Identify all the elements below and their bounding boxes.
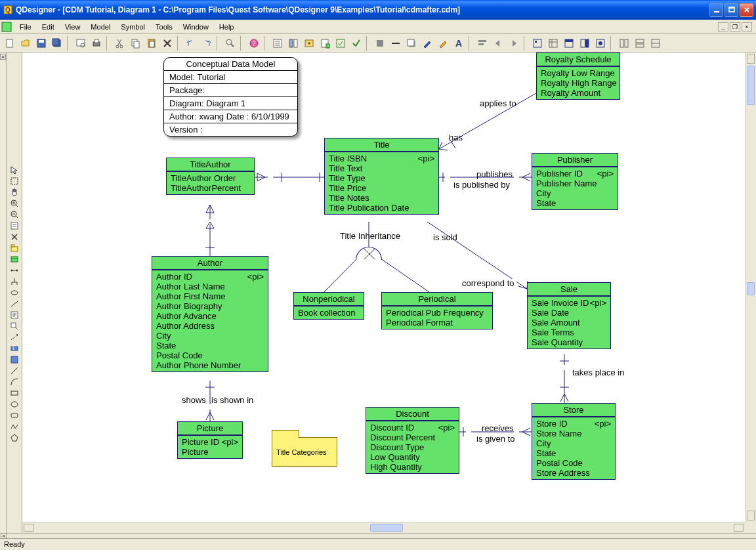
bottom-dock[interactable]: × (0, 533, 756, 538)
save-all-button[interactable] (50, 36, 64, 51)
entity-titleauthor[interactable]: TitleAuthor TitleAuthor Order TitleAutho… (166, 158, 255, 195)
minimize-button[interactable] (709, 3, 723, 17)
model-info-box[interactable]: Conceptual Data Model Model: Tutorial Pa… (163, 57, 298, 137)
report-button[interactable] (318, 36, 332, 51)
open-button[interactable] (18, 36, 33, 51)
arc-tool[interactable] (8, 376, 21, 387)
help-button[interactable]: ? (247, 36, 261, 51)
polyline-tool[interactable] (8, 421, 21, 432)
layout-btn3[interactable] (562, 36, 576, 51)
save-button[interactable] (34, 36, 49, 51)
diagram-canvas[interactable]: Conceptual Data Model Model: Tutorial Pa… (22, 53, 756, 533)
mdi-restore-button[interactable]: ❐ (730, 22, 740, 32)
rectangle-tool[interactable] (8, 387, 21, 398)
menu-symbol[interactable]: Symbol (116, 22, 150, 32)
package-tool[interactable] (8, 242, 21, 253)
layout-btn4[interactable] (578, 36, 592, 51)
cut-button[interactable] (113, 36, 127, 51)
line-style-button[interactable] (388, 36, 403, 51)
view-btn2[interactable] (633, 36, 647, 51)
view-btn3[interactable] (648, 36, 663, 51)
entity-periodical[interactable]: Periodical Periodical Pub Frequency Peri… (381, 292, 493, 329)
undo-button[interactable] (184, 36, 198, 51)
find-button[interactable] (223, 36, 238, 51)
entity-sale[interactable]: Sale Sale Invoice IDpi Sale Date Sale Am… (527, 282, 611, 349)
titlebar: Q QDesigner - [CDM Tutorial, Diagram 1 -… (0, 0, 756, 20)
entity-publisher[interactable]: Publisher Publisher IDpi Publisher Name … (532, 153, 618, 210)
new-button[interactable] (3, 36, 17, 51)
link-tool[interactable] (8, 298, 21, 309)
text-button[interactable]: A (452, 36, 466, 51)
mdi-close-button[interactable]: × (742, 22, 752, 32)
copy-button[interactable] (129, 36, 143, 51)
zoom-out-tool[interactable] (8, 209, 21, 220)
entity-store[interactable]: Store Store IDpi Store Name City State P… (532, 403, 616, 480)
entity-tool[interactable] (8, 253, 21, 264)
dependency-tool[interactable] (8, 331, 21, 343)
lasso-tool[interactable] (8, 175, 21, 186)
bottom-dock-close-icon[interactable]: × (1, 533, 7, 539)
model-properties-button[interactable] (270, 36, 285, 51)
menu-tools[interactable]: Tools (150, 22, 178, 32)
pointer-tool[interactable] (8, 164, 21, 175)
shadow-button[interactable] (404, 36, 419, 51)
entity-author[interactable]: Author Author IDpi Author Last Name Auth… (152, 256, 268, 372)
left-dock[interactable]: × (0, 53, 7, 533)
view-btn1[interactable] (617, 36, 631, 51)
text-tool[interactable] (8, 354, 21, 365)
paste-button[interactable] (144, 36, 159, 51)
entity-discount[interactable]: Discount Discount IDpi Discount Percent … (366, 407, 459, 474)
align-button[interactable] (475, 36, 490, 51)
menu-window[interactable]: Window (178, 22, 214, 32)
svg-rect-20 (150, 41, 154, 47)
relationship-tool[interactable] (8, 264, 21, 276)
delete-button[interactable] (160, 36, 175, 51)
print-button[interactable] (89, 36, 104, 51)
model-list-button[interactable] (286, 36, 301, 51)
menu-model[interactable]: Model (85, 22, 116, 32)
title-tool[interactable]: T (8, 343, 21, 354)
pen-button[interactable] (420, 36, 434, 51)
layout-btn1[interactable] (530, 36, 545, 51)
entity-title[interactable]: Title Title ISBNpi Title Text Title Type… (324, 138, 439, 215)
maximize-button[interactable] (724, 3, 738, 17)
print-preview-button[interactable] (74, 36, 88, 51)
close-button[interactable] (740, 3, 753, 17)
menu-file[interactable]: File (14, 22, 37, 32)
menu-help[interactable]: Help (214, 22, 240, 32)
dock-close-icon[interactable]: × (0, 54, 6, 60)
association-tool[interactable] (8, 287, 21, 298)
polygon-tool[interactable] (8, 432, 21, 443)
note-tool[interactable] (8, 309, 21, 320)
layout-btn5[interactable] (593, 36, 608, 51)
properties-tool[interactable] (8, 220, 21, 231)
hand-tool[interactable] (8, 186, 21, 198)
fill-button[interactable] (373, 36, 387, 51)
refresh-button[interactable] (333, 36, 348, 51)
inheritance-symbol[interactable] (356, 247, 382, 260)
generate-button[interactable] (302, 36, 316, 51)
entity-nonperiodical[interactable]: Nonperiodical Book collection (293, 292, 364, 320)
entity-picture[interactable]: Picture Picture IDpi Picture (177, 421, 243, 459)
horizontal-scrollbar[interactable] (22, 522, 745, 533)
menu-edit[interactable]: Edit (37, 22, 60, 32)
pencil-button[interactable] (436, 36, 450, 51)
note-link-tool[interactable] (8, 320, 21, 331)
rounded-rect-tool[interactable] (8, 410, 21, 421)
package-title-categories[interactable]: Title Categories (272, 437, 337, 467)
inheritance-tool[interactable] (8, 276, 21, 287)
rel-applies-to: applies to (480, 98, 516, 108)
redo-button[interactable] (200, 36, 214, 51)
arrow-left-button[interactable] (491, 36, 505, 51)
delete-tool[interactable] (8, 231, 21, 242)
menu-view[interactable]: View (60, 22, 86, 32)
mdi-minimize-button[interactable]: _ (718, 22, 728, 32)
entity-royalty-schedule[interactable]: Royalty Schedule Royalty Low Range Royal… (536, 53, 620, 100)
layout-btn2[interactable] (546, 36, 560, 51)
check-button[interactable] (349, 36, 364, 51)
vertical-scrollbar[interactable] (745, 53, 756, 522)
line-tool[interactable] (8, 365, 21, 376)
ellipse-tool[interactable] (8, 398, 21, 410)
zoom-in-tool[interactable] (8, 198, 21, 209)
arrow-right-button[interactable] (507, 36, 521, 51)
